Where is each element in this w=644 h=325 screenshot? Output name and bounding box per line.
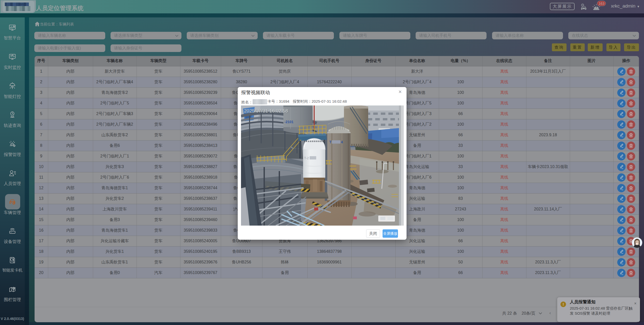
svg-text:ion: ion (19, 2, 24, 6)
